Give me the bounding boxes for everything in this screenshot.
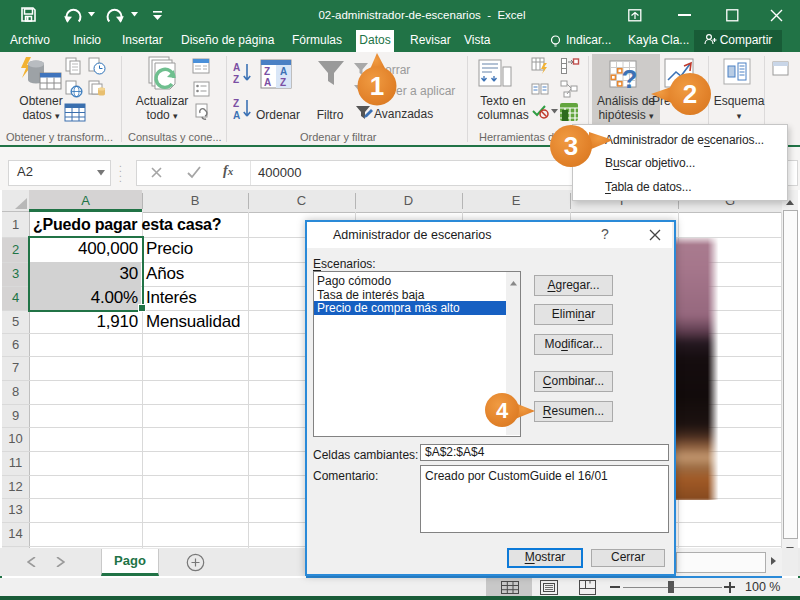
svg-text:Z: Z <box>264 66 270 77</box>
svg-text:A: A <box>233 110 240 121</box>
svg-text:Z: Z <box>280 77 286 88</box>
svg-text:Z: Z <box>233 98 239 109</box>
svg-text:A: A <box>280 66 287 77</box>
svg-text:A: A <box>264 77 271 88</box>
svg-text:?: ? <box>622 64 638 91</box>
svg-text:Z: Z <box>233 74 239 85</box>
svg-text:A: A <box>233 62 240 73</box>
